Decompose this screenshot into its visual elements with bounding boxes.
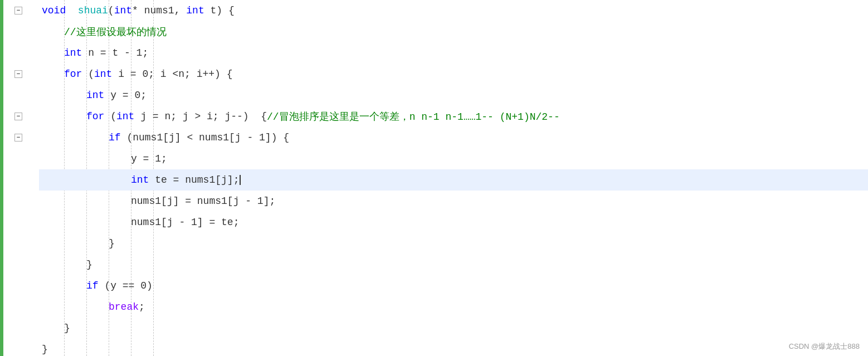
- fold-marker: [4, 296, 32, 318]
- code-area[interactable]: void shuai(int* nums1, int t) {//这里假设最坏的…: [33, 0, 868, 356]
- text-cursor: [240, 175, 241, 185]
- token-kw-blue: for: [86, 111, 104, 122]
- token-plain: nums1[j - 1] = te;: [131, 217, 239, 228]
- token-kw-blue: int: [94, 69, 112, 80]
- token-plain: t) {: [204, 5, 235, 16]
- code-line: for (int i = 0; i <n; i++) {: [39, 64, 868, 85]
- token-kw-purple: break: [109, 301, 139, 313]
- fold-marker: [4, 191, 32, 212]
- collapse-icon[interactable]: −: [14, 7, 22, 14]
- token-plain: y = 1;: [131, 153, 167, 164]
- fold-marker[interactable]: −: [4, 0, 32, 21]
- code-line: }: [39, 254, 868, 275]
- fold-markers: −−−−: [4, 0, 32, 356]
- green-bar: [0, 0, 3, 356]
- token-plain: nums1[j] = nums1[j - 1];: [131, 196, 275, 207]
- token-plain: i = 0; i <n; i++) {: [112, 69, 232, 80]
- fold-marker: [4, 85, 32, 106]
- token-plain: [66, 5, 78, 16]
- code-line: }: [39, 233, 868, 254]
- code-line: int te = nums1[j];: [39, 169, 868, 191]
- token-kw-blue: if: [109, 132, 121, 143]
- fold-marker: [4, 339, 32, 356]
- token-kw-blue: if: [86, 280, 99, 291]
- token-kw-blue: int: [131, 174, 149, 186]
- fold-marker: [4, 212, 32, 233]
- code-line: int n = t - 1;: [39, 42, 868, 64]
- token-plain: (: [82, 69, 94, 80]
- fold-marker: [4, 318, 32, 339]
- collapse-icon[interactable]: −: [14, 113, 22, 120]
- token-plain: }: [86, 259, 92, 270]
- token-plain: * nums1,: [132, 5, 186, 16]
- gutter: −−−−: [0, 0, 33, 356]
- watermark: CSDN @爆龙战士888: [789, 342, 860, 352]
- token-kw-blue: for: [64, 69, 82, 80]
- code-line: }: [39, 318, 868, 339]
- fold-marker: [4, 275, 32, 296]
- token-comment: //这里假设最坏的情况: [64, 25, 167, 38]
- fold-marker[interactable]: −: [4, 106, 32, 127]
- token-plain: te = nums1[j];: [149, 174, 239, 186]
- fold-marker[interactable]: −: [4, 127, 32, 148]
- collapse-icon[interactable]: −: [14, 70, 22, 78]
- token-kw-blue: int: [186, 5, 204, 16]
- token-plain: n = t - 1;: [82, 47, 148, 58]
- token-kw-blue: int: [116, 111, 134, 122]
- token-kw-blue: int: [64, 47, 82, 58]
- token-plain: y = 0;: [104, 90, 147, 101]
- token-plain: (: [108, 5, 114, 16]
- code-line: }: [39, 339, 868, 356]
- fold-marker[interactable]: −: [4, 64, 32, 85]
- token-kw-blue: int: [114, 5, 132, 16]
- collapse-icon[interactable]: −: [14, 134, 22, 142]
- token-fn-cyan: shuai: [78, 5, 108, 16]
- fold-marker: [4, 169, 32, 191]
- token-plain: (y == 0): [99, 280, 153, 291]
- token-plain: }: [42, 344, 48, 355]
- code-line: //这里假设最坏的情况: [39, 21, 868, 42]
- code-line: y = 1;: [39, 148, 868, 169]
- code-line: break;: [39, 296, 868, 318]
- fold-marker: [4, 254, 32, 275]
- token-plain: }: [109, 238, 115, 249]
- token-plain: (: [104, 111, 116, 122]
- code-line: int y = 0;: [39, 85, 868, 106]
- fold-marker: [4, 42, 32, 64]
- fold-marker: [4, 148, 32, 169]
- code-line: nums1[j - 1] = te;: [39, 212, 868, 233]
- code-line: if (nums1[j] < nums1[j - 1]) {: [39, 127, 868, 148]
- token-plain: (nums1[j] < nums1[j - 1]) {: [121, 132, 289, 143]
- code-line: for (int j = n; j > i; j--) {//冒泡排序是这里是一…: [39, 106, 868, 127]
- fold-marker: [4, 233, 32, 254]
- token-kw-blue: void: [42, 5, 66, 16]
- token-kw-blue: int: [86, 90, 104, 101]
- code-lines: void shuai(int* nums1, int t) {//这里假设最坏的…: [39, 0, 868, 356]
- code-editor: −−−− void shuai(int* nums1, int t) {//这里…: [0, 0, 868, 356]
- code-line: void shuai(int* nums1, int t) {: [39, 0, 868, 21]
- token-plain: }: [64, 323, 70, 334]
- token-plain: ;: [139, 301, 145, 313]
- fold-marker: [4, 21, 32, 42]
- token-plain: j = n; j > i; j--) {: [134, 111, 267, 122]
- code-line: if (y == 0): [39, 275, 868, 296]
- token-comment: //冒泡排序是这里是一个等差，n n-1 n-1……1-- (N+1)N/2--: [267, 110, 560, 123]
- code-line: nums1[j] = nums1[j - 1];: [39, 191, 868, 212]
